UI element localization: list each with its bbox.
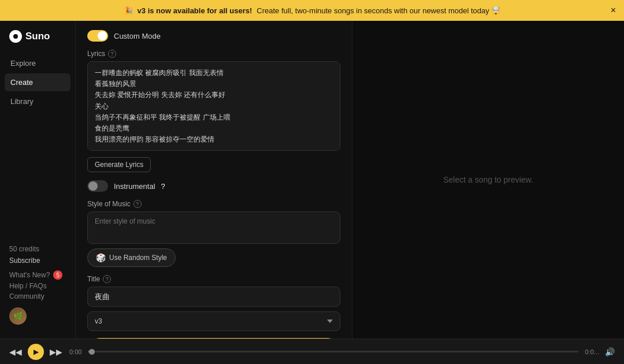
avatar[interactable]: 🌿 [9, 307, 27, 325]
banner-highlight: v3 is now available for all users! [138, 6, 252, 15]
sidebar-item-explore[interactable]: Explore [5, 54, 70, 72]
sidebar-link-community[interactable]: Community [9, 292, 66, 300]
whatsnew-label: What's New? [9, 271, 50, 279]
lyrics-section-label: Lyrics ? [87, 50, 340, 58]
custom-mode-label: Custom Mode [114, 32, 161, 40]
instrumental-help-icon[interactable]: ? [161, 182, 165, 191]
whatsnew-badge: 5 [53, 270, 62, 280]
right-panel: Select a song to preview. [352, 21, 624, 339]
style-section-label: Style of Music ? [87, 200, 340, 208]
sidebar-links: What's New? 5 Help / FAQs Community [9, 270, 66, 300]
title-input[interactable] [87, 287, 340, 307]
title-label-text: Title [87, 275, 100, 283]
sidebar: Suno Explore Create Library 50 credits S… [0, 21, 75, 339]
center-panel: Custom Mode Lyrics ? 一群嗜血的蚂蚁 被腐肉所吸引 我面无表… [75, 21, 352, 339]
subscribe-button[interactable]: Subscribe [9, 257, 66, 265]
sidebar-link-whatsnew[interactable]: What's New? 5 [9, 270, 66, 280]
banner-emoji-left: 🎉 [124, 6, 133, 15]
banner-close-button[interactable]: × [611, 6, 616, 15]
sidebar-item-create[interactable]: Create [5, 73, 70, 91]
sidebar-item-library[interactable]: Library [5, 92, 70, 110]
sidebar-link-help[interactable]: Help / FAQs [9, 282, 66, 290]
instrumental-label: Instrumental [114, 182, 155, 191]
custom-mode-toggle[interactable] [87, 30, 108, 42]
use-random-style-button[interactable]: 🎲 Use Random Style [87, 248, 176, 267]
lyrics-textarea[interactable]: 一群嗜血的蚂蚁 被腐肉所吸引 我面无表情 看孤独的风景 失去妳 爱恨开始分明 失… [87, 61, 340, 151]
player-progress-bar[interactable] [88, 351, 578, 352]
logo-text: Suno [25, 31, 50, 42]
title-section-label: Title ? [87, 275, 340, 283]
player-time-current: 0:00 [69, 348, 81, 355]
version-select[interactable]: v3 v2 v1 [87, 311, 340, 331]
custom-mode-row: Custom Mode [87, 30, 340, 42]
play-button[interactable]: ▶ [28, 344, 44, 360]
generate-lyrics-button[interactable]: Generate Lyrics [87, 157, 151, 172]
use-random-label: Use Random Style [109, 254, 167, 262]
prev-button[interactable]: ◀◀ [9, 347, 22, 356]
dice-icon: 🎲 [96, 253, 106, 262]
style-help-icon[interactable]: ? [133, 200, 142, 208]
right-panel-placeholder: Select a song to preview. [443, 175, 533, 184]
credits-text: 50 credits [9, 245, 66, 253]
help-label: Help / FAQs [9, 282, 47, 290]
create-button[interactable]: Create 🎵 [87, 338, 340, 339]
community-label: Community [9, 292, 44, 300]
sidebar-item-explore-label: Explore [10, 59, 36, 68]
avatar-emoji: 🌿 [13, 311, 23, 321]
instrumental-knob [88, 181, 98, 191]
instrumental-toggle[interactable] [87, 180, 108, 192]
sidebar-nav: Explore Create Library [0, 54, 75, 240]
next-button[interactable]: ▶▶ [50, 347, 62, 356]
volume-icon[interactable]: 🔊 [605, 347, 615, 356]
style-label-text: Style of Music [87, 200, 131, 208]
sidebar-item-create-label: Create [10, 78, 33, 87]
title-help-icon[interactable]: ? [103, 275, 111, 283]
player-controls: ◀◀ ▶ ▶▶ [9, 344, 62, 360]
main-layout: Suno Explore Create Library 50 credits S… [0, 21, 624, 339]
top-banner: 🎉 v3 is now available for all users! Cre… [0, 0, 624, 21]
logo-icon [9, 30, 22, 43]
toggle-knob [98, 31, 107, 40]
lyrics-label-text: Lyrics [87, 50, 105, 58]
bottom-player: ◀◀ ▶ ▶▶ 0:00 0:0... 🔊 [0, 339, 624, 364]
player-progress-dot [89, 349, 95, 355]
sidebar-bottom: 50 credits Subscribe What's New? 5 Help … [0, 240, 75, 329]
lyrics-help-icon[interactable]: ? [108, 50, 116, 58]
player-right: 0:0... 🔊 [585, 347, 615, 356]
instrumental-row: Instrumental ? [87, 180, 340, 192]
sidebar-logo: Suno [0, 30, 75, 54]
style-input[interactable] [87, 211, 340, 244]
player-time-total: 0:0... [585, 348, 599, 355]
banner-text: Create full, two-minute songs in seconds… [257, 6, 500, 15]
sidebar-item-library-label: Library [10, 97, 34, 106]
